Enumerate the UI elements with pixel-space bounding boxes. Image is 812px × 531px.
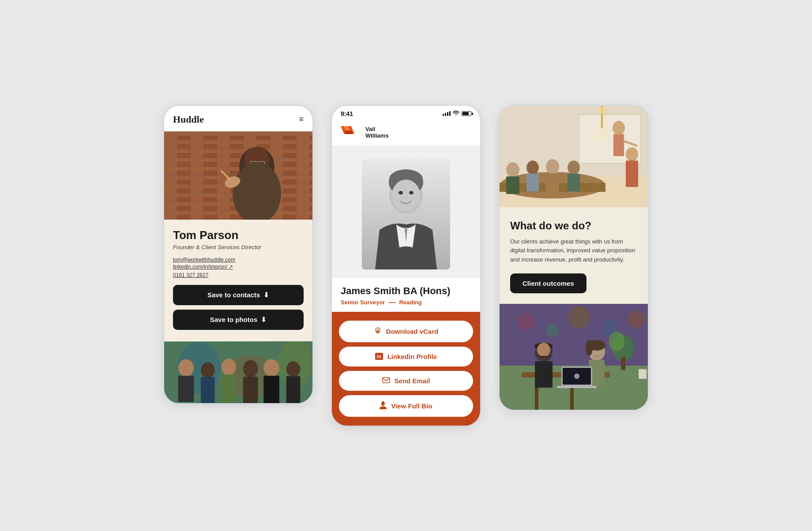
phone1-header: Huddle ≡ — [164, 106, 312, 131]
email-icon — [382, 377, 390, 385]
phone1-hero-image — [164, 131, 312, 220]
svg-point-44 — [392, 179, 420, 211]
phone2-frame: 9:41 — [331, 105, 481, 426]
brand-name: Vail Williams — [365, 126, 389, 139]
linkedin-icon: in — [375, 353, 383, 360]
save-contacts-icon: ⬇ — [263, 291, 269, 299]
huddle-logo: Huddle — [173, 114, 204, 125]
linkedin-button[interactable]: in Linkedin Profile — [339, 347, 473, 366]
download-vcard-label: Download vCard — [386, 328, 438, 335]
svg-rect-48 — [383, 378, 390, 383]
download-icon — [374, 327, 382, 336]
svg-rect-15 — [164, 131, 312, 220]
save-photos-label: Save to photos — [210, 316, 258, 323]
save-to-photos-button[interactable]: Save to photos ⬇ — [173, 310, 304, 330]
phone1-content: Tom Parson Founder & Client Services Dir… — [164, 220, 312, 341]
svg-rect-32 — [164, 341, 312, 402]
status-icons — [443, 110, 471, 117]
phone-link[interactable]: 0161 327 2827 — [173, 272, 208, 278]
team-illustration — [164, 341, 312, 403]
svg-point-46 — [409, 191, 414, 194]
phone1-team-photo — [164, 341, 312, 403]
vw-logo-icon — [341, 124, 361, 140]
view-bio-button[interactable]: View Full Bio — [339, 395, 473, 417]
save-to-contacts-button[interactable]: Save to contacts ⬇ — [173, 285, 304, 305]
svg-point-45 — [398, 191, 403, 194]
phone3-frame: What do we do? Our clients achieve great… — [499, 105, 649, 411]
person-portrait — [362, 159, 450, 269]
meeting-illustration — [500, 106, 648, 207]
phone2-person-info: James Smith BA (Hons) Senior Surveyor — … — [332, 278, 480, 312]
email-link[interactable]: tom@workwithhuddle.com — [173, 257, 304, 263]
bio-icon — [380, 401, 387, 411]
save-contacts-label: Save to contacts — [207, 291, 260, 299]
client-outcomes-button[interactable]: Client outcomes — [510, 273, 586, 293]
profile-photo — [362, 159, 450, 269]
send-email-button[interactable]: Send Email — [339, 371, 473, 391]
status-bar: 9:41 — [332, 106, 480, 120]
person-full-name: James Smith BA (Hons) — [341, 285, 471, 297]
profile-photo-area — [332, 146, 480, 278]
phone3-meeting-photo — [500, 106, 648, 207]
person-role: Senior Surveyor — [341, 299, 385, 306]
person-title: Founder & Client Services Director — [173, 244, 304, 251]
vail-williams-brand-bar: Vail Williams — [332, 120, 480, 146]
vail-williams-logo — [341, 124, 361, 140]
svg-rect-98 — [500, 304, 648, 410]
meta-divider: — — [388, 299, 395, 307]
menu-icon[interactable]: ≡ — [299, 115, 304, 124]
person-location: Reading — [399, 299, 421, 306]
cafe-illustration — [500, 304, 648, 410]
battery-icon — [462, 111, 471, 116]
phone3-cafe-photo — [500, 304, 648, 410]
hero-illustration — [164, 131, 312, 220]
contact-links: tom@workwithhuddle.com linkedin.com/in/t… — [173, 257, 304, 279]
send-email-label: Send Email — [395, 377, 430, 385]
download-vcard-button[interactable]: Download vCard — [339, 321, 473, 342]
phone1-frame: Huddle ≡ — [163, 105, 313, 404]
view-bio-label: View Full Bio — [391, 402, 432, 410]
phone3-what-we-do: What do we do? Our clients achieve great… — [500, 207, 648, 304]
phone2-action-buttons: Download vCard in Linkedin Profile Send … — [332, 312, 480, 426]
linkedin-link[interactable]: linkedin.com/in/tmprsn/ ↗ — [173, 264, 304, 270]
person-name: Tom Parson — [173, 228, 304, 242]
svg-rect-70 — [500, 106, 648, 207]
what-we-do-heading: What do we do? — [510, 220, 637, 232]
what-we-do-body: Our clients achieve great things with us… — [510, 237, 637, 265]
person-meta: Senior Surveyor — Reading — [341, 299, 471, 307]
signal-icon — [443, 111, 451, 116]
phones-container: Huddle ≡ — [163, 105, 649, 426]
status-time: 9:41 — [341, 110, 353, 117]
save-photos-icon: ⬇ — [261, 316, 267, 324]
linkedin-label: Linkedin Profile — [387, 353, 437, 360]
svg-point-49 — [381, 401, 385, 406]
wifi-icon — [453, 110, 459, 117]
